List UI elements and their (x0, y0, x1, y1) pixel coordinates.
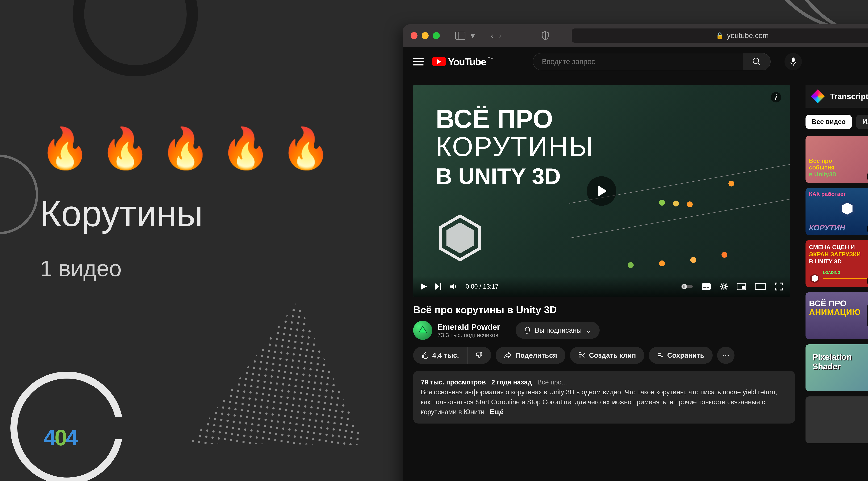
info-icon[interactable]: i (771, 92, 781, 102)
menu-icon[interactable] (413, 58, 424, 65)
transcript-banner[interactable]: Transcript & Summary (806, 85, 868, 108)
bell-icon (524, 327, 531, 334)
search-button[interactable] (743, 53, 771, 70)
svg-rect-7 (792, 58, 795, 62)
next-button[interactable] (435, 283, 442, 290)
show-more-button[interactable]: Ещё (490, 408, 504, 416)
recommendation-item[interactable]: СМЕНА СЦЕН ИЭКРАН ЗАГРУЗКИВ UNITY 3D LOA… (806, 240, 868, 287)
unity-logo-icon (436, 214, 484, 262)
svg-point-24 (722, 285, 725, 288)
decoration-triangle (190, 289, 383, 468)
unity-logo-icon (809, 272, 821, 284)
svg-rect-20 (684, 285, 685, 288)
thumbs-up-icon (422, 352, 429, 359)
more-actions-button[interactable]: ⋯ (717, 347, 735, 364)
svg-line-30 (726, 288, 727, 289)
recommendation-item[interactable]: ВСЁ ПРОАНИМАЦИЮ 7 Всё про… Emerald Powde… (806, 292, 868, 339)
svg-line-31 (726, 284, 727, 285)
recommendation-item[interactable]: Всё прособытияв Unity3D 21:38 ⚡ Всё про … (806, 136, 868, 183)
unity-logo-icon (837, 199, 858, 219)
decoration-circle (73, 0, 198, 77)
share-button[interactable]: Поделиться (496, 347, 565, 364)
ellipsis-icon: ⋯ (722, 351, 729, 359)
svg-rect-15 (440, 283, 441, 290)
svg-marker-12 (446, 222, 474, 253)
playlist-add-icon (657, 352, 663, 358)
like-button[interactable]: 4,4 тыс. (413, 347, 467, 364)
svg-line-29 (721, 284, 722, 285)
window-controls (410, 32, 440, 39)
svg-rect-21 (702, 283, 711, 290)
svg-marker-16 (450, 284, 454, 289)
upload-age: 2 года назад (491, 379, 532, 386)
rating-fires: 🔥🔥🔥🔥🔥 (40, 125, 341, 172)
svg-rect-22 (704, 287, 706, 288)
video-title: Всё про корутины в Unity 3D (413, 304, 795, 315)
recommendation-item[interactable]: КАК работает КОРУТИН 15:25 Как писать ас… (806, 188, 868, 235)
chevron-down-icon: ⌄ (585, 326, 591, 334)
fullscreen-button[interactable] (775, 282, 783, 291)
share-icon (504, 352, 512, 359)
thumbs-down-icon (476, 352, 483, 359)
privacy-shield-icon[interactable] (541, 31, 549, 40)
search-bar (533, 53, 771, 70)
close-button[interactable] (410, 32, 417, 39)
recommendation-thumbnail: СМЕНА СЦЕН ИЭКРАН ЗАГРУЗКИВ UNITY 3D LOA… (806, 240, 868, 287)
recommendation-thumbnail: ВСЁ ПРОАНИМАЦИЮ 7 (806, 292, 868, 339)
maximize-button[interactable] (433, 32, 440, 39)
recommendation-thumbnail: КАК работает КОРУТИН 15:25 (806, 188, 868, 235)
minimize-button[interactable] (422, 32, 429, 39)
chip-series[interactable]: Из той же серии (856, 115, 868, 129)
svg-rect-0 (456, 32, 465, 39)
theater-button[interactable] (755, 283, 766, 290)
svg-marker-13 (421, 283, 427, 290)
recommendation-thumbnail (806, 396, 868, 443)
svg-line-32 (721, 288, 722, 289)
autoplay-toggle[interactable] (681, 283, 693, 290)
search-input[interactable] (533, 53, 743, 70)
view-count: 79 тыс. просмотров (421, 379, 486, 386)
play-button[interactable] (420, 283, 428, 290)
description-box[interactable]: 79 тыс. просмотров 2 года назад Всё про…… (413, 371, 795, 423)
transcript-logo-icon (811, 89, 825, 103)
svg-marker-36 (419, 326, 427, 333)
chip-all[interactable]: Все видео (806, 115, 852, 129)
svg-marker-14 (435, 283, 439, 290)
video-player[interactable]: ВСЁ ПРО КОРУТИНЫ В UNITY 3D i (413, 85, 790, 297)
decoration-404-badge: 404 (43, 425, 77, 451)
subscribe-button[interactable]: Вы подписаны ⌄ (516, 322, 600, 339)
play-overlay-button[interactable] (587, 176, 616, 206)
youtube-logo[interactable]: YouTube RU (432, 56, 493, 67)
description-body: Вся основная информация о корутинах в Un… (421, 388, 777, 416)
forward-button[interactable]: › (499, 31, 502, 41)
recommendation-thumbnail: Всё прособытияв Unity3D 21:38 (806, 136, 868, 183)
dislike-button[interactable] (467, 347, 491, 364)
svg-rect-23 (707, 287, 709, 288)
channel-row: Emerald Powder 73,3 тыс. подписчиков Вы … (413, 321, 795, 340)
settings-button[interactable] (720, 282, 728, 291)
sidebar-toggle-icon[interactable] (455, 32, 465, 39)
recommendation-item[interactable]: PixelationShader 3:46 Simple Pixelation … (806, 344, 868, 391)
video-count-label: 1 видео (40, 255, 341, 281)
channel-avatar[interactable] (413, 321, 432, 340)
scissors-icon (578, 352, 585, 359)
recommendation-thumbnail: PixelationShader 3:46 (806, 344, 868, 391)
recommendations-sidebar: Transcript & Summary Все видео Из той же… (795, 85, 868, 481)
address-bar[interactable]: 🔒 youtube.com (572, 28, 868, 43)
titlebar: ▾ ‹ › 🔒 youtube.com 🔊 ⟳ (403, 24, 868, 47)
miniplayer-button[interactable] (737, 283, 746, 290)
back-button[interactable]: ‹ (491, 31, 494, 41)
action-row: 4,4 тыс. Поделиться Создать клип Сохр (413, 347, 795, 364)
clip-button[interactable]: Создать клип (570, 347, 644, 364)
voice-search-button[interactable] (784, 53, 802, 70)
chevron-down-icon[interactable]: ▾ (471, 31, 475, 41)
filter-chips: Все видео Из той же серии Автор (806, 115, 868, 129)
volume-button[interactable] (449, 283, 457, 290)
youtube-play-icon (432, 57, 446, 66)
channel-name[interactable]: Emerald Powder (437, 322, 500, 332)
save-button[interactable]: Сохранить (649, 347, 713, 364)
subtitles-button[interactable] (702, 283, 711, 290)
recommendation-item[interactable]: Физика в Unity (806, 396, 868, 443)
decoration-circle (0, 154, 38, 234)
player-controls: 0:00 / 13:17 (413, 276, 790, 297)
